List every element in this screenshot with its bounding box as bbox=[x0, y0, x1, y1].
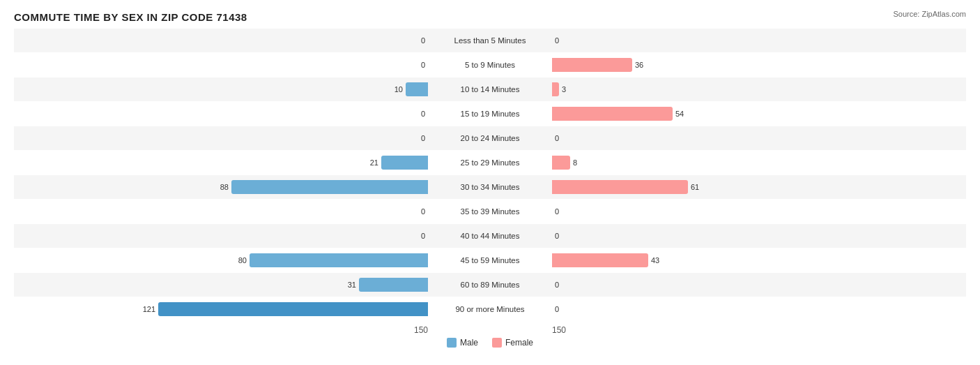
female-side: 8 bbox=[549, 156, 966, 170]
female-side: 3 bbox=[549, 82, 966, 96]
row-label: 45 to 59 Minutes bbox=[431, 256, 549, 265]
legend-male: Male bbox=[447, 338, 478, 348]
male-side: 31 bbox=[14, 278, 431, 292]
chart-row: 21 25 to 29 Minutes 8 bbox=[14, 151, 966, 174]
chart-row: 121 90 or more Minutes 0 bbox=[14, 297, 966, 321]
female-side: 36 bbox=[549, 58, 966, 72]
female-side: 0 bbox=[549, 134, 966, 142]
male-value: 21 bbox=[370, 158, 378, 167]
male-side: 0 bbox=[14, 61, 431, 69]
chart-row: 80 45 to 59 Minutes 43 bbox=[14, 248, 966, 272]
legend-female-label: Female bbox=[505, 338, 533, 348]
chart-row: 31 60 to 89 Minutes 0 bbox=[14, 273, 966, 297]
male-bar bbox=[359, 278, 428, 292]
row-label: 35 to 39 Minutes bbox=[431, 207, 549, 216]
male-side: 10 bbox=[14, 82, 431, 96]
legend-female-box bbox=[492, 338, 502, 348]
chart-rows: 0 Less than 5 Minutes 0 0 5 to 9 Minutes… bbox=[14, 29, 966, 321]
male-value: 10 bbox=[395, 85, 403, 94]
female-bar bbox=[552, 156, 570, 170]
male-value: 121 bbox=[143, 305, 155, 313]
female-value: 8 bbox=[573, 158, 577, 167]
female-value: 3 bbox=[562, 85, 566, 94]
row-label: 10 to 14 Minutes bbox=[431, 85, 549, 94]
female-value: 61 bbox=[691, 183, 699, 191]
male-value: 31 bbox=[348, 281, 356, 289]
female-bar bbox=[552, 58, 632, 72]
chart-container: COMMUTE TIME BY SEX IN ZIP CODE 71438 So… bbox=[0, 0, 980, 365]
female-side: 0 bbox=[549, 281, 966, 289]
row-label: 15 to 19 Minutes bbox=[431, 110, 549, 118]
male-bar bbox=[231, 180, 428, 194]
legend-male-box bbox=[447, 338, 457, 348]
male-side: 0 bbox=[14, 134, 431, 142]
male-bar bbox=[381, 156, 428, 170]
source-label: Source: ZipAtlas.com bbox=[893, 10, 966, 18]
male-bar bbox=[250, 253, 428, 267]
row-label: Less than 5 Minutes bbox=[431, 36, 549, 45]
chart-row: 88 30 to 34 Minutes 61 bbox=[14, 175, 966, 199]
male-side: 0 bbox=[14, 36, 431, 45]
female-side: 0 bbox=[549, 207, 966, 216]
chart-title: COMMUTE TIME BY SEX IN ZIP CODE 71438 bbox=[14, 11, 966, 23]
axis-right-label: 150 bbox=[552, 325, 566, 335]
chart-row: 0 20 to 24 Minutes 0 bbox=[14, 126, 966, 150]
male-value: 80 bbox=[238, 256, 247, 265]
female-side: 43 bbox=[549, 253, 966, 267]
row-label: 40 to 44 Minutes bbox=[431, 232, 549, 240]
female-value: 43 bbox=[651, 256, 659, 265]
female-value: 54 bbox=[675, 110, 684, 118]
male-side: 121 bbox=[14, 302, 431, 316]
row-label: 30 to 34 Minutes bbox=[431, 183, 549, 191]
female-side: 0 bbox=[549, 232, 966, 240]
male-bar bbox=[158, 302, 428, 316]
row-label: 90 or more Minutes bbox=[431, 305, 549, 313]
female-bar bbox=[552, 82, 559, 96]
female-side: 0 bbox=[549, 305, 966, 313]
female-value: 36 bbox=[635, 61, 643, 69]
male-bar bbox=[406, 82, 428, 96]
male-side: 0 bbox=[14, 110, 431, 118]
row-label: 60 to 89 Minutes bbox=[431, 281, 549, 289]
male-side: 80 bbox=[14, 253, 431, 267]
row-label: 25 to 29 Minutes bbox=[431, 158, 549, 167]
male-side: 88 bbox=[14, 180, 431, 194]
male-value: 88 bbox=[220, 183, 229, 191]
male-side: 0 bbox=[14, 232, 431, 240]
axis-row: 150 150 bbox=[14, 325, 966, 335]
chart-row: 0 15 to 19 Minutes 54 bbox=[14, 102, 966, 126]
female-bar bbox=[552, 253, 648, 267]
chart-row: 0 35 to 39 Minutes 0 bbox=[14, 200, 966, 223]
male-side: 21 bbox=[14, 156, 431, 170]
female-side: 0 bbox=[549, 36, 966, 45]
legend: Male Female bbox=[14, 338, 966, 348]
legend-female: Female bbox=[492, 338, 533, 348]
chart-row: 0 40 to 44 Minutes 0 bbox=[14, 224, 966, 248]
axis-left-label: 150 bbox=[414, 325, 428, 335]
female-bar bbox=[552, 180, 688, 194]
male-side: 0 bbox=[14, 207, 431, 216]
chart-row: 10 10 to 14 Minutes 3 bbox=[14, 77, 966, 101]
chart-row: 0 Less than 5 Minutes 0 bbox=[14, 29, 966, 52]
legend-male-label: Male bbox=[460, 338, 478, 348]
female-bar bbox=[552, 107, 673, 121]
chart-row: 0 5 to 9 Minutes 36 bbox=[14, 53, 966, 77]
row-label: 20 to 24 Minutes bbox=[431, 134, 549, 142]
female-side: 54 bbox=[549, 107, 966, 121]
female-side: 61 bbox=[549, 180, 966, 194]
row-label: 5 to 9 Minutes bbox=[431, 61, 549, 69]
